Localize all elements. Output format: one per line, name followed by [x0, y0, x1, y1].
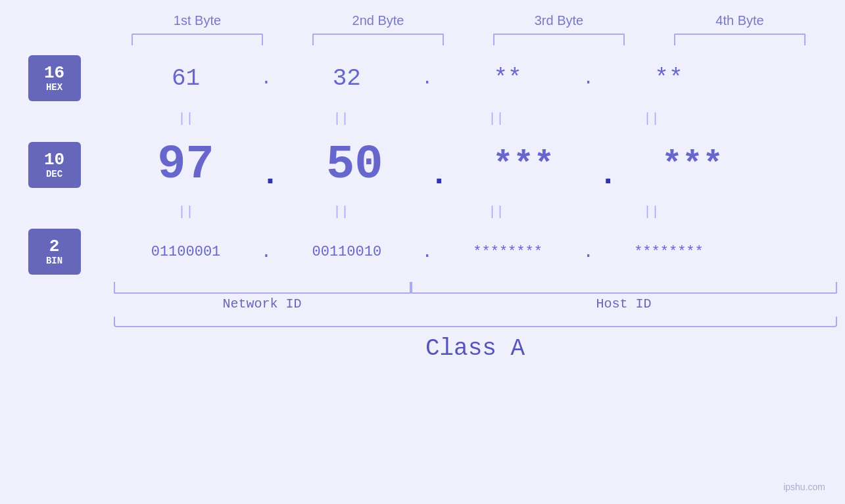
hex-b4: **	[654, 65, 683, 92]
hex-value-row: 61 . 32 . ** . **	[114, 52, 837, 104]
bracket-byte3	[493, 34, 625, 45]
values-col: 61 . 32 . ** . ** || ||	[114, 52, 837, 362]
sep-2-b4: ||	[643, 204, 659, 219]
byte3-header: 3rd Byte	[487, 13, 631, 28]
dec-b1: 97	[157, 138, 214, 192]
dec-value-row: 97 . 50 . *** . ***	[114, 132, 837, 198]
bracket-byte2	[312, 34, 444, 45]
dot-bin-2: .	[422, 242, 433, 262]
main-container: 1st Byte 2nd Byte 3rd Byte 4th Byte 16 H…	[0, 0, 845, 504]
hex-b2: 32	[333, 65, 361, 92]
bin-name: BIN	[46, 256, 62, 266]
bin-b3: ********	[473, 244, 543, 260]
dec-badge-row: 10 DEC	[28, 132, 81, 198]
bin-b2: 00110010	[312, 244, 382, 260]
dec-num: 10	[44, 150, 64, 170]
top-brackets-row	[107, 34, 831, 45]
bin-badge-row: 2 BIN	[28, 225, 81, 278]
hex-num: 16	[44, 64, 64, 83]
rows-container: 16 HEX 10 DEC 2 BIN	[22, 52, 837, 362]
host-id-label: Host ID	[596, 296, 651, 311]
byte-headers-row: 1st Byte 2nd Byte 3rd Byte 4th Byte	[107, 13, 831, 28]
network-bracket	[114, 282, 411, 294]
dot-dec-1: .	[261, 157, 280, 198]
network-id-label: Network ID	[222, 296, 301, 311]
bin-badge: 2 BIN	[28, 229, 81, 275]
dot-bin-3: .	[583, 242, 594, 262]
host-bracket	[411, 282, 837, 294]
byte4-header: 4th Byte	[667, 13, 812, 28]
bin-b1: 01100001	[151, 244, 221, 260]
hex-b1: 61	[172, 65, 200, 92]
dec-b2: 50	[326, 138, 383, 192]
sep-row-2: || || || ||	[114, 198, 837, 225]
hex-badge-row: 16 HEX	[28, 52, 81, 104]
id-labels-row: Network ID Host ID	[114, 296, 837, 311]
dot-hex-3: .	[583, 68, 594, 89]
watermark: ipshu.com	[783, 482, 825, 492]
dec-badge: 10 DEC	[28, 142, 81, 188]
bin-num: 2	[49, 237, 60, 256]
bin-value-row: 01100001 . 00110010 . ******** . *******…	[114, 225, 837, 278]
sep-2-b1: ||	[178, 204, 193, 219]
sep-1-b3: ||	[488, 111, 504, 126]
bin-b4: ********	[634, 244, 704, 260]
hex-b3: **	[494, 65, 522, 92]
hex-badge: 16 HEX	[28, 55, 81, 101]
bracket-byte4	[674, 34, 806, 45]
sep-2-b3: ||	[488, 204, 504, 219]
base-labels-col: 16 HEX 10 DEC 2 BIN	[22, 52, 114, 362]
sub-bracket-row	[114, 282, 837, 294]
dot-dec-2: .	[429, 157, 448, 198]
sep-1-b4: ||	[643, 111, 659, 126]
dec-name: DEC	[46, 170, 62, 179]
dec-b3: ***	[493, 146, 554, 185]
class-label: Class A	[114, 335, 837, 362]
hex-name: HEX	[46, 83, 62, 93]
dot-hex-2: .	[422, 68, 433, 89]
dot-dec-3: .	[598, 157, 617, 198]
sep-1-b2: ||	[333, 111, 349, 126]
sep-1-b1: ||	[178, 111, 193, 126]
sep-2-b2: ||	[333, 204, 349, 219]
sep-row-1: || || || ||	[114, 104, 837, 132]
dot-bin-1: .	[261, 242, 272, 262]
byte2-header: 2nd Byte	[306, 13, 450, 28]
full-bracket	[114, 317, 837, 327]
dot-hex-1: .	[261, 68, 272, 89]
dec-b4: ***	[662, 146, 723, 185]
byte1-header: 1st Byte	[125, 13, 270, 28]
bracket-byte1	[132, 34, 263, 45]
